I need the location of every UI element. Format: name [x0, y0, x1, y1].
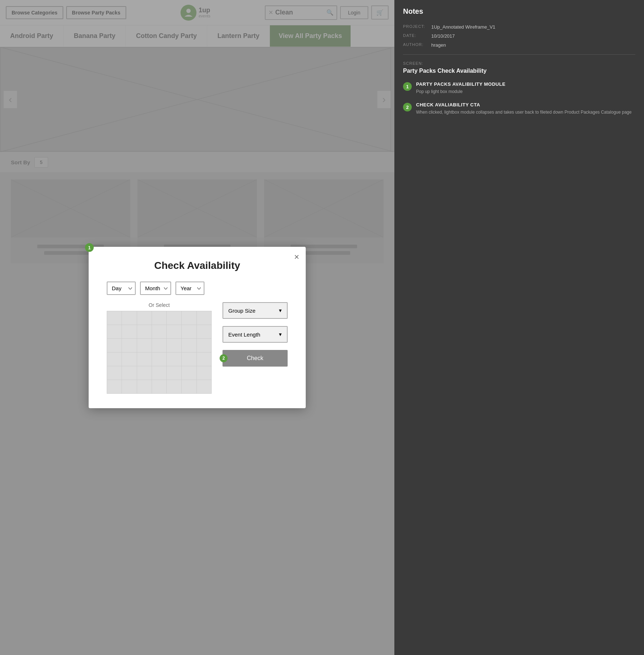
annotation-badge-1: 1: [85, 243, 94, 252]
note-item-1: 1 PARTY PACKS AVALIBILITY MODULE Pop up …: [403, 81, 635, 95]
event-length-chevron: ▾: [279, 331, 282, 338]
group-size-dropdown[interactable]: Group Size ▾: [223, 302, 288, 319]
calendar-cell[interactable]: [196, 352, 211, 366]
calendar-row: [107, 325, 212, 339]
date-selector-row: Day Month Year: [107, 282, 288, 295]
note-item-2: 2 CHECK AVALIABILITY CTA When clicked, l…: [403, 102, 635, 115]
calendar-cell[interactable]: [107, 311, 122, 325]
calendar-cell[interactable]: [167, 380, 182, 394]
calendar-cell[interactable]: [196, 339, 211, 352]
calendar-cell[interactable]: [167, 311, 182, 325]
calendar-cell[interactable]: [122, 325, 137, 339]
calendar-section: Or Select: [107, 302, 212, 394]
notes-panel: Notes PROJECT: 1Up_Annotated Wireframe_V…: [394, 0, 644, 655]
calendar-row: [107, 380, 212, 394]
calendar-cell[interactable]: [107, 325, 122, 339]
modal-body: Or Select: [107, 302, 288, 394]
calendar-cell[interactable]: [196, 366, 211, 380]
calendar-cell[interactable]: [152, 339, 166, 352]
group-size-label: Group Size: [228, 308, 255, 314]
note-content-1: PARTY PACKS AVALIBILITY MODULE Pop up li…: [416, 81, 505, 95]
calendar-cell[interactable]: [182, 352, 196, 366]
year-select[interactable]: Year: [175, 282, 204, 295]
calendar-cell[interactable]: [182, 366, 196, 380]
modal-title: Check Availability: [107, 260, 288, 271]
annotation-badge-2: 2: [220, 354, 228, 362]
calendar-cell[interactable]: [167, 352, 182, 366]
note-badge-1: 1: [403, 82, 412, 91]
note-badge-2: 2: [403, 103, 412, 111]
calendar-cell[interactable]: [137, 325, 152, 339]
notes-date-label: DATE:: [403, 33, 428, 39]
calendar-cell[interactable]: [122, 339, 137, 352]
calendar-cell[interactable]: [182, 339, 196, 352]
calendar-cell[interactable]: [137, 339, 152, 352]
calendar-cell[interactable]: [107, 339, 122, 352]
notes-author-row: AUTHOR: hragen: [403, 42, 635, 48]
notes-date-value: 10/10/2017: [431, 33, 455, 39]
check-button-label: Check: [247, 355, 263, 361]
month-select[interactable]: Month: [140, 282, 171, 295]
calendar-cell[interactable]: [167, 325, 182, 339]
calendar-cell[interactable]: [152, 311, 166, 325]
notes-author-label: AUTHOR:: [403, 42, 428, 48]
calendar-cell[interactable]: [152, 352, 166, 366]
calendar-cell[interactable]: [107, 366, 122, 380]
calendar-cell[interactable]: [122, 311, 137, 325]
calendar-cell[interactable]: [122, 380, 137, 394]
check-availability-modal: 1 Check Availability × Day Month Year: [89, 247, 306, 408]
calendar-cell[interactable]: [182, 325, 196, 339]
group-size-chevron: ▾: [279, 307, 282, 314]
calendar-cell[interactable]: [107, 352, 122, 366]
event-length-dropdown[interactable]: Event Length ▾: [223, 326, 288, 343]
day-select[interactable]: Day: [107, 282, 136, 295]
notes-divider-1: [403, 54, 635, 55]
calendar-cell[interactable]: [137, 352, 152, 366]
calendar-cell[interactable]: [167, 339, 182, 352]
event-length-label: Event Length: [228, 331, 260, 338]
calendar-row: [107, 339, 212, 352]
calendar-cell[interactable]: [167, 366, 182, 380]
note-content-2: CHECK AVALIABILITY CTA When clicked, lig…: [416, 102, 632, 115]
calendar-cell[interactable]: [152, 366, 166, 380]
calendar-cell[interactable]: [196, 380, 211, 394]
note-heading-2: CHECK AVALIABILITY CTA: [416, 102, 632, 107]
calendar-cell[interactable]: [152, 380, 166, 394]
calendar-cell[interactable]: [182, 311, 196, 325]
note-text-1: Pop up light box module: [416, 88, 505, 95]
calendar-cell[interactable]: [152, 325, 166, 339]
calendar-row: [107, 366, 212, 380]
modal-overlay: 1 Check Availability × Day Month Year: [0, 0, 394, 655]
calendar-row: [107, 311, 212, 325]
notes-project-row: PROJECT: 1Up_Annotated Wireframe_V1: [403, 24, 635, 30]
calendar-cell[interactable]: [107, 380, 122, 394]
calendar-cell[interactable]: [196, 325, 211, 339]
calendar-cell[interactable]: [122, 366, 137, 380]
calendar-cell[interactable]: [196, 311, 211, 325]
check-availability-button[interactable]: 2 Check: [223, 350, 288, 367]
calendar-grid[interactable]: [107, 311, 212, 394]
right-section: Group Size ▾ Event Length ▾ 2 Check: [223, 302, 288, 394]
notes-author-value: hragen: [431, 42, 446, 48]
calendar-cell[interactable]: [137, 366, 152, 380]
notes-screen-value: Party Packs Check Availability: [403, 68, 635, 74]
note-text-2: When clicked, lightbox module collapses …: [416, 109, 632, 115]
notes-screen-label: SCREEN:: [403, 61, 635, 66]
calendar-row: [107, 352, 212, 366]
calendar-cell[interactable]: [182, 380, 196, 394]
notes-date-row: DATE: 10/10/2017: [403, 33, 635, 39]
calendar-cell[interactable]: [122, 352, 137, 366]
calendar-cell[interactable]: [137, 380, 152, 394]
notes-panel-title: Notes: [403, 7, 635, 16]
notes-project-label: PROJECT:: [403, 24, 428, 30]
modal-close-button[interactable]: ×: [294, 252, 299, 262]
note-heading-1: PARTY PACKS AVALIBILITY MODULE: [416, 81, 505, 87]
calendar-cell[interactable]: [137, 311, 152, 325]
or-select-label: Or Select: [107, 302, 212, 308]
notes-project-value: 1Up_Annotated Wireframe_V1: [431, 24, 495, 30]
